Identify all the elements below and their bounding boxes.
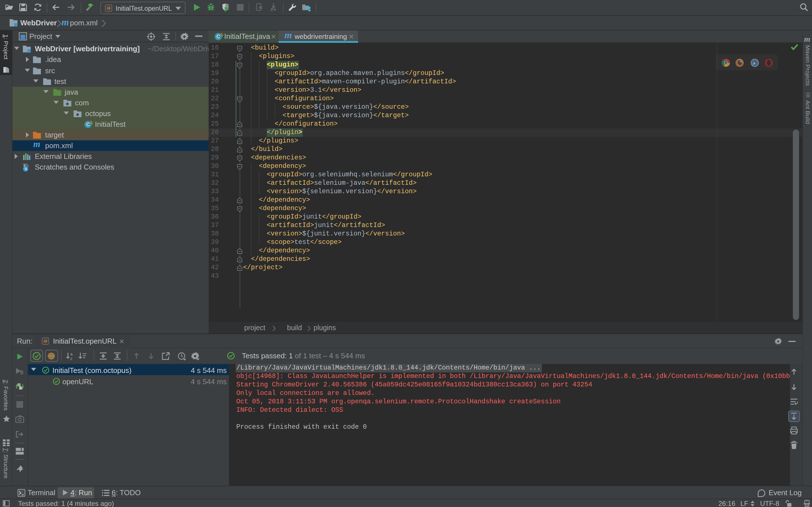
svg-text:C: C bbox=[216, 34, 220, 40]
svg-text:9: 9 bbox=[20, 369, 23, 375]
svg-text:C: C bbox=[86, 122, 90, 127]
svg-text:a: a bbox=[70, 351, 73, 356]
svg-text:z: z bbox=[70, 356, 72, 360]
